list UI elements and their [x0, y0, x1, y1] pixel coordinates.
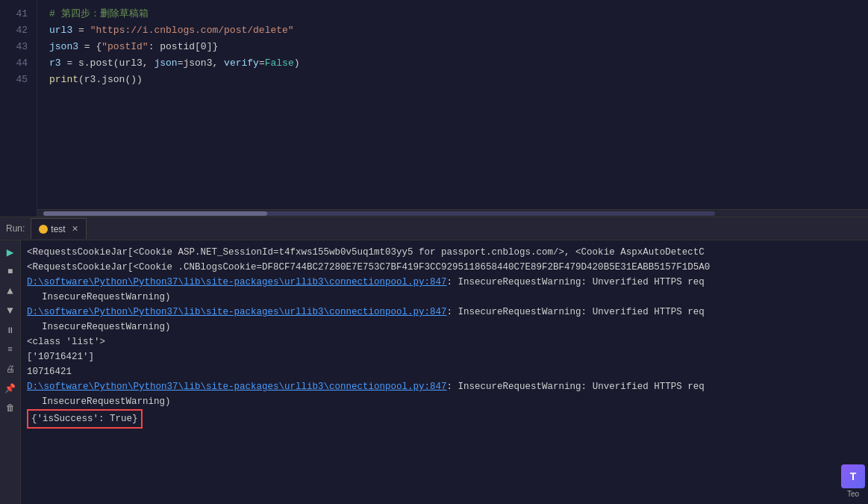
link-1[interactable]: D:\software\Python\Python37\lib\site-pac…	[27, 277, 447, 287]
run-output[interactable]: <RequestsCookieJar[<Cookie ASP.NET_Sessi…	[21, 240, 868, 504]
scroll-up-button[interactable]: ▲	[3, 284, 18, 299]
line-num-45: 45	[0, 72, 37, 88]
avatar-image: T	[841, 464, 865, 488]
line-num-50	[0, 154, 37, 170]
warning-text-2: : InsecureRequestWarning: Unverified HTT…	[447, 307, 705, 317]
assign-44: = s.post(url3,	[61, 55, 154, 72]
avatar[interactable]: T	[841, 464, 865, 488]
link-3[interactable]: D:\software\Python\Python37\lib\site-pac…	[27, 382, 447, 392]
tab-name: test	[51, 224, 65, 234]
pin-button[interactable]: 📌	[3, 381, 18, 396]
h-scrollbar-thumb[interactable]	[43, 211, 267, 216]
code-line-44: r3 = s.post(url3, json =json3, verify = …	[49, 55, 868, 72]
run-header: Run: test ✕	[0, 217, 868, 240]
val-false: False	[265, 55, 294, 72]
line-num-41: 41	[0, 6, 37, 22]
tab-icon	[39, 225, 48, 234]
param-json: json	[154, 55, 177, 72]
code-line-42: url3 = "https://i.cnblogs.com/post/delet…	[49, 22, 868, 39]
bottom-right-panel: T Teo	[841, 464, 865, 498]
var-url3: url3	[49, 22, 72, 39]
scroll-down-button[interactable]: ▼	[3, 303, 18, 318]
tab-close-button[interactable]: ✕	[72, 224, 78, 234]
comment-line41: # 第四步：删除草稿箱	[49, 6, 149, 22]
line-numbers: 41 42 43 44 45	[0, 0, 37, 217]
output-line-3: D:\software\Python\Python37\lib\site-pac…	[27, 275, 862, 290]
format-button[interactable]: ≡	[3, 342, 18, 357]
line-num-48	[0, 121, 37, 137]
var-json3: json3	[49, 39, 78, 55]
h-scrollbar-area[interactable]	[37, 209, 868, 217]
param-verify: verify	[224, 55, 259, 72]
line-num-46	[0, 88, 37, 105]
output-line-9: 10716421	[27, 364, 862, 379]
output-line-5: D:\software\Python\Python37\lib\site-pac…	[27, 305, 862, 320]
code-line-43: json3 = { "postId" : postid[0]}	[49, 39, 868, 55]
run-tab[interactable]: test ✕	[31, 218, 86, 239]
pause-button[interactable]: ⏸	[3, 323, 18, 337]
line-num-43: 43	[0, 39, 37, 55]
run-label: Run:	[6, 223, 25, 234]
eq3-44: =	[259, 55, 265, 72]
line-num-47	[0, 105, 37, 121]
run-body: ▶ ■ ▲ ▼ ⏸ ≡ 🖨 📌 🗑 <RequestsCookieJar[<Co…	[0, 240, 868, 504]
code-line-45: print (r3.json())	[49, 72, 868, 88]
eq-42: =	[72, 22, 90, 39]
eq-43: = {	[78, 39, 102, 55]
output-line-6: InsecureRequestWarning)	[27, 320, 862, 335]
code-content: # 第四步：删除草稿箱 url3 = "https://i.cnblogs.co…	[37, 0, 868, 209]
print-button[interactable]: 🖨	[3, 361, 18, 376]
output-line-2: <RequestsCookieJar[<Cookie .CNBlogsCooki…	[27, 260, 862, 275]
line-num-51	[0, 170, 37, 187]
output-line-4: InsecureRequestWarning)	[27, 290, 862, 305]
output-line-10: D:\software\Python\Python37\lib\site-pac…	[27, 379, 862, 394]
eq2-44: =json3,	[178, 55, 224, 72]
line-num-49	[0, 137, 37, 154]
str-postId: "postId"	[102, 39, 148, 55]
code-line-41: # 第四步：删除草稿箱	[49, 6, 868, 22]
clear-button[interactable]: 🗑	[3, 400, 18, 415]
warning-text-1: : InsecureRequestWarning: Unverified HTT…	[447, 277, 705, 287]
str-url3: "https://i.cnblogs.com/post/delete"	[90, 22, 294, 39]
var-r3: r3	[49, 55, 61, 72]
avatar-label: Teo	[847, 490, 859, 498]
run-button[interactable]: ▶	[3, 245, 18, 260]
colon-43: : postid[0]}	[149, 39, 219, 55]
h-scrollbar[interactable]	[43, 211, 715, 216]
output-line-7: <class 'list'>	[27, 335, 862, 349]
stop-button[interactable]: ■	[3, 264, 18, 279]
code-editor: 41 42 43 44 45 # 第四步：删除草稿箱 url3 = "https…	[0, 0, 868, 217]
link-2[interactable]: D:\software\Python\Python37\lib\site-pac…	[27, 307, 447, 317]
func-print: print	[49, 72, 78, 88]
print-args: (r3.json())	[78, 72, 143, 88]
close-44: )	[294, 55, 300, 72]
line-num-52	[0, 187, 37, 203]
output-line-11: InsecureRequestWarning)	[27, 394, 862, 409]
output-line-1: <RequestsCookieJar[<Cookie ASP.NET_Sessi…	[27, 245, 862, 260]
success-output: {'isSuccess': True}	[27, 409, 143, 429]
run-toolbar: ▶ ■ ▲ ▼ ⏸ ≡ 🖨 📌 🗑	[0, 240, 21, 504]
output-line-8: ['10716421']	[27, 349, 862, 364]
run-panel: Run: test ✕ ▶ ■ ▲ ▼ ⏸ ≡ 🖨 📌 🗑 <RequestsC…	[0, 217, 868, 504]
warning-text-3: : InsecureRequestWarning: Unverified HTT…	[447, 382, 705, 392]
line-num-42: 42	[0, 22, 37, 39]
line-num-44: 44	[0, 55, 37, 72]
output-line-12: {'isSuccess': True}	[27, 409, 862, 429]
